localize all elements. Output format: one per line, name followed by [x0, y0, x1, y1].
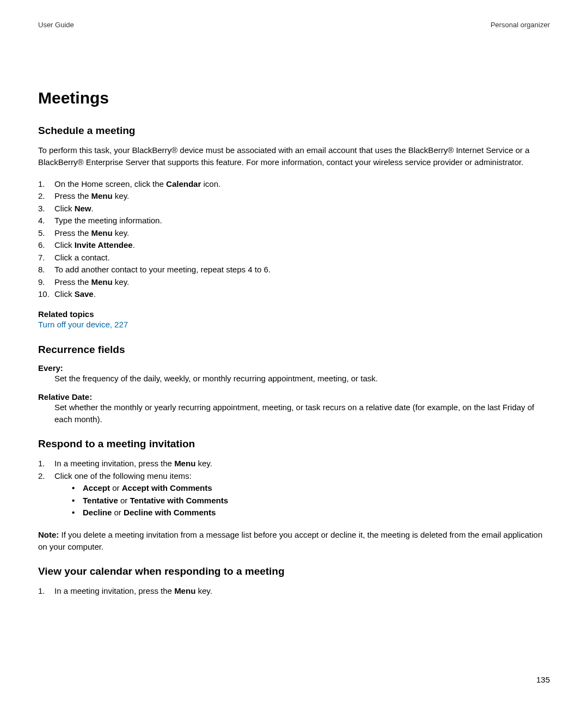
list-item: On the Home screen, click the Calendar i… [38, 178, 550, 191]
document-page: User Guide Personal organizer Meetings S… [0, 0, 588, 706]
list-item: Click Invite Attendee. [38, 239, 550, 252]
list-item: Accept or Accept with Comments [71, 482, 550, 495]
page-number: 135 [536, 675, 550, 684]
list-item: Press the Menu key. [38, 227, 550, 240]
list-item: Click a contact. [38, 252, 550, 264]
list-item: Click New. [38, 203, 550, 215]
schedule-intro: To perform this task, your BlackBerry® d… [38, 144, 550, 168]
schedule-heading: Schedule a meeting [38, 125, 550, 137]
viewcal-heading: View your calendar when responding to a … [38, 565, 550, 577]
list-item: In a meeting invitation, press the Menu … [38, 585, 550, 598]
related-topics-heading: Related topics [38, 309, 550, 319]
list-item: Click Save. [38, 288, 550, 301]
list-item: Press the Menu key. [38, 276, 550, 289]
viewcal-steps: In a meeting invitation, press the Menu … [38, 585, 550, 598]
page-header: User Guide Personal organizer [38, 21, 550, 29]
def-term: Relative Date: [38, 392, 550, 401]
list-item: Type the meeting information. [38, 215, 550, 227]
list-item: Decline or Decline with Comments [71, 507, 550, 519]
schedule-steps: On the Home screen, click the Calendar i… [38, 178, 550, 301]
recurrence-definitions: Every: Set the frequency of the daily, w… [38, 363, 550, 425]
respond-steps: In a meeting invitation, press the Menu … [38, 458, 550, 519]
related-topic-link[interactable]: Turn off your device, 227 [38, 319, 550, 331]
page-title: Meetings [38, 89, 550, 107]
recurrence-heading: Recurrence fields [38, 344, 550, 356]
def-text: Set the frequency of the daily, weekly, … [38, 373, 550, 385]
def-text: Set whether the monthly or yearly recurr… [38, 401, 550, 425]
respond-note: Note: If you delete a meeting invitation… [38, 529, 550, 553]
header-left: User Guide [38, 21, 74, 29]
list-item: In a meeting invitation, press the Menu … [38, 458, 550, 470]
header-right: Personal organizer [491, 21, 550, 29]
list-item: Tentative or Tentative with Comments [71, 495, 550, 507]
respond-bullets: Accept or Accept with Comments Tentative… [54, 482, 550, 519]
list-item: To add another contact to your meeting, … [38, 264, 550, 276]
list-item: Click one of the following menu items: A… [38, 470, 550, 519]
respond-heading: Respond to a meeting invitation [38, 438, 550, 450]
list-item: Press the Menu key. [38, 190, 550, 203]
def-term: Every: [38, 363, 550, 373]
